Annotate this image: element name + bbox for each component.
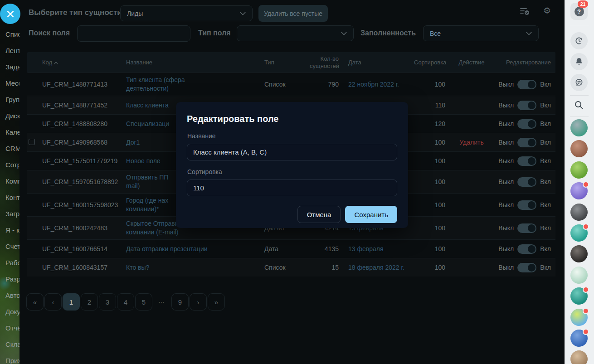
sidebar-menu-item[interactable]: Сотр: [0, 157, 19, 173]
edit-toggle[interactable]: [517, 138, 536, 147]
chat-avatar[interactable]: [570, 267, 588, 284]
pagination-button[interactable]: 4: [117, 293, 134, 311]
edit-toggle[interactable]: [517, 101, 536, 110]
divider: [570, 95, 589, 96]
edit-toggle[interactable]: [517, 80, 536, 89]
sidebar-menu-item[interactable]: Рабо: [0, 255, 19, 271]
search-button[interactable]: [574, 100, 584, 112]
sidebar-menu-item[interactable]: CRM: [0, 141, 19, 157]
column-count[interactable]: Кол-во сущностей: [304, 53, 342, 73]
pagination-ellipsis: ⋯: [153, 293, 170, 311]
edit-toggle[interactable]: [517, 177, 536, 187]
sidebar-menu-item[interactable]: Комп: [0, 173, 19, 189]
field-name-link[interactable]: Кто вы?: [120, 261, 258, 275]
pagination-button[interactable]: ‹: [44, 293, 62, 311]
field-sort: 100: [408, 155, 449, 167]
messenger-button[interactable]: [570, 74, 588, 91]
edit-toggle[interactable]: [517, 223, 536, 233]
entity-type-select[interactable]: Лиды: [120, 5, 253, 21]
filter-check-icon[interactable]: [520, 7, 530, 18]
column-code[interactable]: Код: [36, 56, 120, 68]
chevron-down-icon: [341, 32, 347, 35]
delete-all-empty-button[interactable]: Удалить все пустые: [258, 5, 328, 22]
entity-type-label: Выберите тип сущности: [29, 8, 122, 17]
sidebar-menu-item[interactable]: Скла: [0, 336, 19, 353]
sidebar-menu-item[interactable]: Спис: [0, 26, 19, 43]
sidebar-menu-item[interactable]: Груп: [0, 92, 19, 108]
modal-sort-input[interactable]: [187, 180, 397, 196]
column-action: Действие: [449, 56, 492, 68]
field-type: Дата: [258, 243, 304, 255]
gear-icon[interactable]: ⚙: [543, 5, 551, 15]
table-row[interactable]: UF_CRM_1600766514 Дата отправки презента…: [27, 239, 555, 258]
field-type-select[interactable]: [237, 25, 354, 41]
pagination-button[interactable]: «: [26, 293, 44, 311]
cancel-button[interactable]: Отмена: [297, 206, 341, 223]
sidebar-menu-item[interactable]: Разр: [0, 271, 19, 287]
field-search-input[interactable]: [77, 25, 190, 42]
sidebar-menu-item[interactable]: Авто: [0, 287, 19, 304]
chat-avatar[interactable]: [570, 140, 588, 157]
pagination-button[interactable]: ›: [190, 293, 207, 311]
app-screen: СписЛентЗадаМессГрупДискКалеCRMСотрКомпК…: [0, 0, 594, 364]
chat-avatar[interactable]: [570, 182, 588, 199]
time-tracker-button[interactable]: [570, 32, 588, 49]
sidebar-menu-item[interactable]: Доку: [0, 304, 19, 320]
chat-avatar[interactable]: [570, 309, 588, 326]
save-button[interactable]: Сохранить: [345, 206, 397, 223]
sidebar-menu-item[interactable]: Диск: [0, 108, 19, 124]
sidebar-menu-item[interactable]: Загр: [0, 206, 19, 222]
field-name-link[interactable]: Дата отправки презентации: [120, 242, 258, 256]
edit-toggle[interactable]: [517, 156, 536, 166]
chat-avatar[interactable]: [570, 287, 588, 305]
sidebar-menu-item[interactable]: Счет: [0, 238, 19, 255]
field-count: 4135: [304, 243, 342, 255]
fill-filter-select[interactable]: Все: [423, 25, 539, 41]
chat-avatar[interactable]: [570, 245, 588, 262]
chat-avatar[interactable]: [570, 204, 588, 221]
sidebar-menu-item[interactable]: Лент: [0, 43, 19, 59]
pagination-button[interactable]: 2: [81, 293, 98, 311]
pagination-button[interactable]: 5: [135, 293, 152, 311]
delete-link[interactable]: Удалить: [459, 139, 483, 146]
pagination-button[interactable]: »: [208, 293, 225, 311]
chat-avatar[interactable]: [570, 350, 588, 364]
edit-toggle[interactable]: [517, 263, 536, 272]
column-date[interactable]: Дата: [342, 56, 408, 68]
edit-toggle[interactable]: [517, 119, 536, 129]
chat-avatar[interactable]: [570, 161, 588, 179]
chat-avatar[interactable]: [570, 119, 588, 136]
column-name[interactable]: Название: [120, 55, 258, 69]
pagination-button[interactable]: 9: [171, 293, 189, 311]
edit-toggle[interactable]: [517, 244, 536, 254]
field-sort: 100: [408, 175, 449, 188]
close-slider-button[interactable]: [0, 4, 20, 24]
table-row[interactable]: UF_CRM_1600843157 Кто вы? Список 15 18 ф…: [27, 258, 555, 277]
chat-avatar[interactable]: [570, 224, 588, 242]
notifications-button[interactable]: [570, 53, 588, 70]
table-row[interactable]: UF_CRM_1488771413 Тип клиента (сфера дея…: [27, 73, 555, 96]
column-type[interactable]: Тип: [258, 56, 304, 68]
sidebar-menu-item[interactable]: Конт: [0, 189, 19, 206]
sidebar-menu-item[interactable]: Кале: [0, 124, 19, 141]
modal-title: Редактировать поле: [187, 114, 397, 124]
toggle-on-label: Вкл: [540, 81, 551, 88]
toggle-on-label: Вкл: [540, 120, 551, 127]
unread-badge: [583, 286, 589, 293]
column-sort[interactable]: Сортировка: [408, 56, 449, 68]
row-checkbox[interactable]: [29, 139, 35, 145]
pagination-button[interactable]: 3: [99, 293, 116, 311]
sidebar-menu-item[interactable]: Отчё: [0, 320, 19, 336]
sidebar-menu-item[interactable]: Месс: [0, 75, 19, 92]
toggle-off-label: Выкл: [498, 178, 514, 185]
unread-badge: [583, 329, 589, 335]
pagination-button[interactable]: 1: [63, 293, 80, 311]
chat-avatar[interactable]: [570, 330, 588, 347]
edit-toggle[interactable]: [517, 200, 536, 210]
sidebar-menu-item[interactable]: Я - к: [0, 222, 19, 238]
field-name-link[interactable]: Тип клиента (сфера деятельности): [120, 73, 258, 96]
sidebar-menu-item[interactable]: Зада: [0, 59, 19, 75]
toggle-knob: [528, 120, 536, 128]
sidebar-menu-item[interactable]: Прих: [0, 353, 19, 364]
modal-name-input[interactable]: [187, 144, 397, 160]
